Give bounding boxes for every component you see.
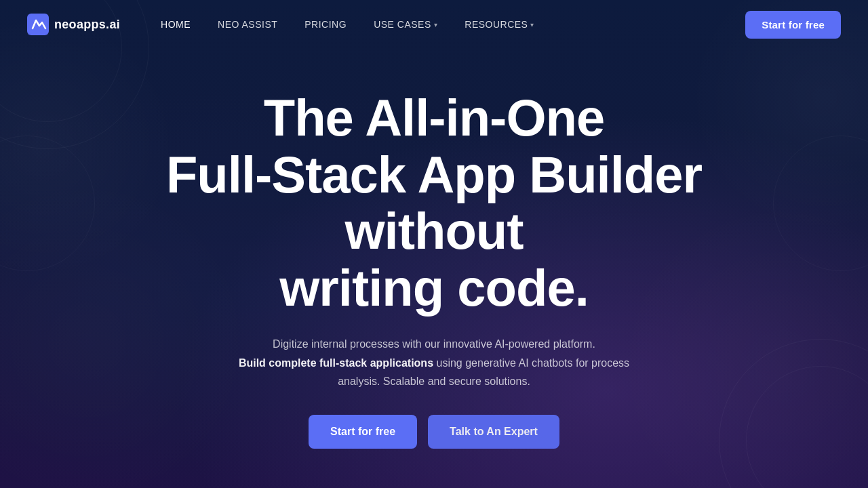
nav-use-cases[interactable]: USE CASES ▾ bbox=[374, 19, 437, 30]
logo-icon bbox=[27, 14, 49, 35]
hero-buttons: Start for free Talk to An Expert bbox=[309, 415, 559, 449]
use-cases-chevron-icon: ▾ bbox=[434, 21, 438, 28]
hero-subtitle-plain: Digitize internal processes with our inn… bbox=[273, 338, 595, 350]
nav-pricing[interactable]: PRICING bbox=[304, 19, 347, 30]
hero-title-line2: Full-Stack App Builder without bbox=[166, 146, 702, 260]
logo[interactable]: neoapps.ai bbox=[27, 14, 120, 35]
hero-title-line1: The All-in-One bbox=[264, 89, 605, 146]
hero-subtitle-bold: Build complete full-stack applications bbox=[239, 357, 433, 369]
nav-neo-assist[interactable]: NEO ASSIST bbox=[218, 19, 277, 30]
resources-chevron-icon: ▾ bbox=[530, 21, 534, 28]
hero-talk-expert-button[interactable]: Talk to An Expert bbox=[428, 415, 559, 449]
hero-subtitle: Digitize internal processes with our inn… bbox=[237, 335, 631, 390]
hero-section: The All-in-One Full-Stack App Builder wi… bbox=[0, 49, 868, 449]
nav-home[interactable]: HOME bbox=[161, 19, 191, 30]
logo-text: neoapps.ai bbox=[54, 18, 120, 32]
nav-cta-area: Start for free bbox=[745, 11, 841, 39]
navbar: neoapps.ai HOME NEO ASSIST PRICING USE C… bbox=[0, 0, 868, 49]
hero-start-free-button[interactable]: Start for free bbox=[309, 415, 417, 449]
nav-start-free-button[interactable]: Start for free bbox=[745, 11, 841, 39]
nav-resources[interactable]: RESOURCES ▾ bbox=[465, 19, 534, 30]
hero-title: The All-in-One Full-Stack App Builder wi… bbox=[129, 89, 739, 316]
nav-links: HOME NEO ASSIST PRICING USE CASES ▾ RESO… bbox=[161, 19, 745, 30]
hero-title-line3: writing code. bbox=[279, 259, 589, 317]
